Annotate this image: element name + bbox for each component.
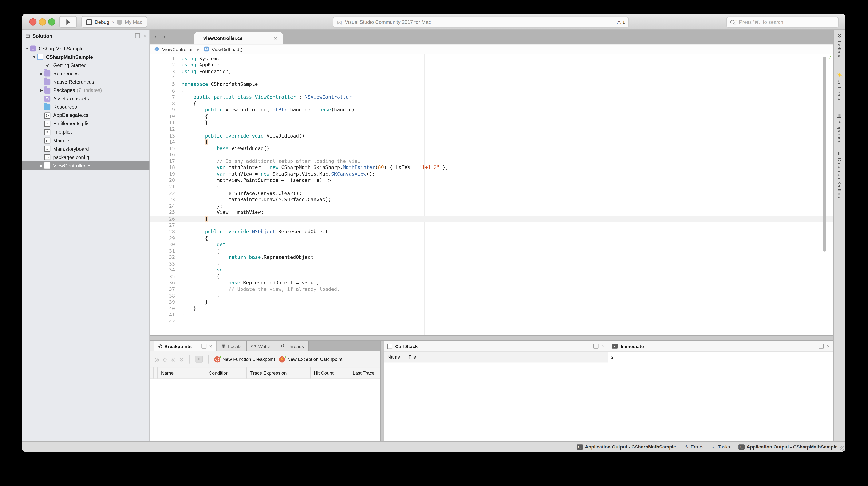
line-number: 4	[150, 75, 175, 81]
call-stack-list[interactable]	[384, 362, 608, 442]
column-header[interactable]: Hit Count	[311, 368, 349, 379]
tree-item[interactable]: ≡Entitlements.plist	[22, 120, 149, 128]
tree-item[interactable]: ⧉Assets.xcassets	[22, 94, 149, 103]
terminal-icon: >_	[612, 344, 618, 349]
close-icon[interactable]: ×	[601, 343, 604, 349]
column-header[interactable]: File	[405, 352, 416, 362]
class-icon: C	[154, 47, 160, 52]
pad-tab-threads[interactable]: ↺Threads	[276, 341, 309, 351]
breakpoints-columns: NameConditionTrace ExpressionHit CountLa…	[150, 367, 380, 379]
tree-item[interactable]: ➤Getting Started	[22, 61, 149, 69]
statusbar-item-label: Errors	[691, 444, 704, 450]
expander-open-icon[interactable]: ▼	[32, 55, 37, 59]
pad-tab-locals[interactable]: ▦Locals	[217, 341, 247, 351]
column-header[interactable]: Name	[158, 368, 206, 379]
tree-item[interactable]: {}Main.cs	[22, 136, 149, 145]
tree-item[interactable]: ▶{}ViewController.cs	[22, 161, 149, 170]
statusbar-item-application-output-csharpmathsample[interactable]: >_Application Output - CSharpMathSample	[738, 444, 837, 450]
folder-icon	[44, 71, 50, 77]
pad-tab-breakpoints[interactable]: ◎Breakpoints×	[154, 341, 217, 351]
code-editor[interactable]: 1using System;2using AppKit;3using Found…	[150, 54, 833, 335]
horizontal-splitter[interactable]	[150, 335, 833, 341]
breadcrumb-method[interactable]: ViewDidLoad()	[212, 46, 243, 52]
zoom-window-button[interactable]	[48, 18, 55, 26]
line-number: 28	[150, 229, 175, 234]
side-tab-label: Toolbox	[837, 40, 842, 57]
code-text: public override void ViewDidLoad()	[175, 133, 305, 138]
side-tab-document-outline[interactable]: ≣Document Outline	[834, 151, 845, 199]
code-text: {	[175, 184, 220, 190]
statusbar-item-tasks[interactable]: ✓Tasks	[712, 444, 730, 450]
tree-item[interactable]: Native References	[22, 78, 149, 86]
dock-icon[interactable]	[593, 344, 598, 349]
tree-item[interactable]: ▼CSharpMathSample	[22, 53, 149, 61]
breadcrumb-class[interactable]: ViewController	[162, 46, 193, 52]
run-configuration-selector[interactable]: Debug › My Mac	[81, 16, 147, 28]
close-icon[interactable]: ×	[143, 33, 146, 38]
side-tab-toolbox[interactable]: ⚒Toolbox	[834, 33, 845, 57]
call-stack-panel: Call Stack × NameFile	[384, 341, 609, 442]
navigate-back-forward-icons[interactable]: ‹›	[154, 33, 172, 40]
code-text: var mathView = new SkiaSharp.Views.Mac.S…	[175, 171, 375, 177]
line-number: 33	[150, 261, 175, 266]
minimize-window-button[interactable]	[39, 18, 46, 26]
line-number: 11	[150, 120, 175, 125]
dock-icon[interactable]	[135, 33, 140, 38]
close-tab-icon[interactable]: ✕	[274, 36, 277, 41]
statusbar-item-application-output-csharpmathsample[interactable]: >_Application Output - CSharpMathSample	[577, 444, 676, 450]
code-line: 12	[150, 126, 833, 132]
column-header[interactable]: Name	[384, 352, 405, 362]
close-icon[interactable]: ×	[827, 343, 830, 349]
code-text: public ViewController(IntPtr handle) : b…	[175, 107, 354, 113]
tree-item[interactable]: ▶Packages(7 updates)	[22, 86, 149, 95]
resize-grip[interactable]	[840, 446, 845, 451]
side-tab-properties[interactable]: ▤Properties	[834, 113, 845, 143]
column-header[interactable]: Trace Expression	[247, 368, 311, 379]
code-line: 16	[150, 151, 833, 158]
global-search-field[interactable]: ˇ Press '⌘.' to search	[726, 17, 838, 28]
tree-item[interactable]: ▼≡CSharpMathSample	[22, 44, 149, 53]
code-line: 1using System;	[150, 55, 833, 62]
dock-icon[interactable]	[818, 344, 824, 349]
dock-icon[interactable]	[202, 344, 207, 349]
expander-closed-icon[interactable]: ▶	[39, 88, 44, 93]
close-icon[interactable]: ×	[209, 343, 212, 349]
tree-item[interactable]: ▶References	[22, 69, 149, 78]
close-window-button[interactable]	[29, 18, 36, 26]
tree-item[interactable]: <>packages.config	[22, 153, 149, 162]
tree-item-label: Main.cs	[53, 138, 70, 143]
code-line: 42	[150, 318, 833, 324]
tree-item[interactable]: {}AppDelegate.cs	[22, 111, 149, 120]
rocket-icon: ➤	[43, 61, 52, 69]
editor-scrollbar[interactable]	[823, 57, 827, 252]
tree-item[interactable]: ≡Info.plist	[22, 128, 149, 137]
statusbar-item-errors[interactable]: ⚠Errors	[684, 444, 704, 450]
tree-item[interactable]: ↦Main.storyboard	[22, 145, 149, 153]
line-number: 8	[150, 101, 175, 106]
new-exception-catchpoint-button[interactable]: ⚡+New Exception Catchpoint	[279, 356, 342, 362]
breakpoints-list[interactable]	[150, 379, 380, 442]
vertical-splitter[interactable]	[380, 341, 384, 442]
new-function-breakpoint-button[interactable]: +New Function Breakpoint	[214, 356, 275, 362]
line-number: 10	[150, 113, 175, 119]
pad-tab-watch[interactable]: ooWatch	[247, 341, 276, 351]
code-text: get	[175, 242, 225, 247]
immediate-console[interactable]: >	[609, 352, 833, 442]
column-header[interactable]: Condition	[206, 368, 247, 379]
code-line: 38 }	[150, 292, 833, 299]
tree-item-label: CSharpMathSample	[39, 46, 84, 51]
run-button[interactable]	[59, 16, 77, 28]
expander-closed-icon[interactable]: ▶	[39, 164, 44, 168]
warning-counter[interactable]: ⚠ 1	[617, 20, 625, 25]
tree-item-label: CSharpMathSample	[46, 54, 93, 60]
code-text: {	[175, 139, 208, 145]
side-tab-unit-tests[interactable]: ⚡Unit Tests	[834, 72, 845, 102]
document-tab[interactable]: ViewController.cs ✕	[194, 32, 283, 44]
expander-open-icon[interactable]: ▼	[25, 47, 30, 50]
line-number: 39	[150, 299, 175, 305]
code-line: 15 base.ViewDidLoad();	[150, 145, 833, 151]
column-header[interactable]: Last Trace	[349, 368, 380, 379]
document-outline-icon: ≣	[837, 151, 842, 156]
tree-item[interactable]: Resources	[22, 103, 149, 111]
expander-closed-icon[interactable]: ▶	[39, 72, 44, 76]
